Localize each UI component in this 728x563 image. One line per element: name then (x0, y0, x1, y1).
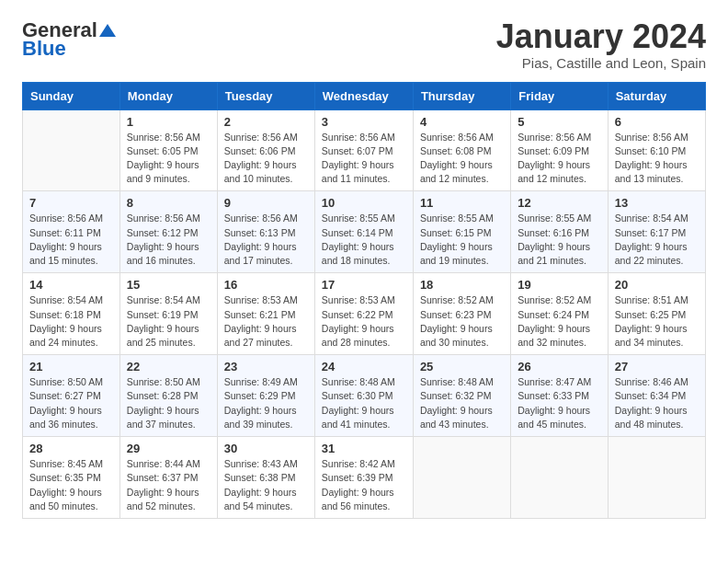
day-info: Sunrise: 8:44 AM Sunset: 6:37 PM Dayligh… (127, 457, 210, 513)
day-number: 28 (29, 442, 113, 455)
day-number: 10 (322, 196, 406, 210)
calendar-day-cell: 26Sunrise: 8:47 AM Sunset: 6:33 PM Dayli… (511, 355, 608, 437)
day-number: 13 (615, 196, 699, 210)
col-header-saturday: Saturday (608, 82, 705, 109)
calendar-day-cell: 1Sunrise: 8:56 AM Sunset: 6:05 PM Daylig… (119, 109, 217, 191)
col-header-friday: Friday (511, 82, 608, 109)
calendar-day-cell: 25Sunrise: 8:48 AM Sunset: 6:32 PM Dayli… (413, 355, 510, 437)
calendar-day-cell: 17Sunrise: 8:53 AM Sunset: 6:22 PM Dayli… (314, 273, 413, 355)
calendar-day-cell: 22Sunrise: 8:50 AM Sunset: 6:28 PM Dayli… (119, 355, 217, 437)
calendar-day-cell (608, 437, 705, 519)
calendar-day-cell: 12Sunrise: 8:55 AM Sunset: 6:16 PM Dayli… (511, 191, 608, 273)
calendar-header-row: SundayMondayTuesdayWednesdayThursdayFrid… (23, 82, 706, 109)
calendar-day-cell (413, 437, 510, 519)
day-number: 1 (127, 115, 210, 129)
day-number: 15 (127, 278, 210, 292)
day-info: Sunrise: 8:49 AM Sunset: 6:29 PM Dayligh… (224, 375, 308, 431)
day-info: Sunrise: 8:56 AM Sunset: 6:05 PM Dayligh… (127, 131, 210, 187)
page-header: General Blue January 2024 Pias, Castille… (22, 18, 706, 71)
day-info: Sunrise: 8:52 AM Sunset: 6:24 PM Dayligh… (518, 293, 600, 350)
calendar-day-cell: 11Sunrise: 8:55 AM Sunset: 6:15 PM Dayli… (413, 191, 510, 273)
day-info: Sunrise: 8:45 AM Sunset: 6:35 PM Dayligh… (29, 457, 113, 513)
calendar-week-row: 21Sunrise: 8:50 AM Sunset: 6:27 PM Dayli… (23, 355, 706, 437)
day-number: 6 (615, 115, 699, 129)
day-info: Sunrise: 8:56 AM Sunset: 6:07 PM Dayligh… (322, 131, 406, 187)
day-number: 24 (322, 360, 406, 373)
calendar-day-cell (511, 437, 608, 519)
day-number: 26 (518, 360, 600, 373)
calendar-day-cell: 13Sunrise: 8:54 AM Sunset: 6:17 PM Dayli… (608, 191, 705, 273)
calendar-day-cell: 30Sunrise: 8:43 AM Sunset: 6:38 PM Dayli… (217, 437, 314, 519)
day-number: 29 (127, 442, 210, 455)
calendar-week-row: 7Sunrise: 8:56 AM Sunset: 6:11 PM Daylig… (23, 191, 706, 273)
logo-blue: Blue (22, 37, 66, 61)
calendar-day-cell: 31Sunrise: 8:42 AM Sunset: 6:39 PM Dayli… (314, 437, 413, 519)
day-number: 16 (224, 278, 308, 292)
day-info: Sunrise: 8:42 AM Sunset: 6:39 PM Dayligh… (322, 457, 406, 513)
day-info: Sunrise: 8:54 AM Sunset: 6:18 PM Dayligh… (29, 293, 113, 350)
day-info: Sunrise: 8:56 AM Sunset: 6:11 PM Dayligh… (29, 212, 113, 268)
calendar-day-cell: 20Sunrise: 8:51 AM Sunset: 6:25 PM Dayli… (608, 273, 705, 355)
day-info: Sunrise: 8:56 AM Sunset: 6:12 PM Dayligh… (127, 212, 210, 268)
logo-triangle-icon (99, 22, 116, 39)
col-header-monday: Monday (119, 82, 217, 109)
day-number: 3 (322, 115, 406, 129)
day-info: Sunrise: 8:55 AM Sunset: 6:15 PM Dayligh… (420, 212, 504, 268)
day-info: Sunrise: 8:53 AM Sunset: 6:21 PM Dayligh… (224, 293, 308, 350)
day-number: 8 (127, 196, 210, 210)
day-number: 31 (322, 442, 406, 455)
day-number: 19 (518, 278, 600, 292)
calendar-day-cell: 10Sunrise: 8:55 AM Sunset: 6:14 PM Dayli… (314, 191, 413, 273)
calendar-day-cell: 21Sunrise: 8:50 AM Sunset: 6:27 PM Dayli… (23, 355, 120, 437)
location-subtitle: Pias, Castille and Leon, Spain (496, 55, 706, 71)
calendar-day-cell: 15Sunrise: 8:54 AM Sunset: 6:19 PM Dayli… (119, 273, 217, 355)
col-header-thursday: Thursday (413, 82, 510, 109)
calendar-day-cell: 16Sunrise: 8:53 AM Sunset: 6:21 PM Dayli… (217, 273, 314, 355)
day-info: Sunrise: 8:48 AM Sunset: 6:30 PM Dayligh… (322, 375, 406, 431)
day-info: Sunrise: 8:50 AM Sunset: 6:28 PM Dayligh… (127, 375, 210, 431)
col-header-sunday: Sunday (23, 82, 120, 109)
col-header-tuesday: Tuesday (217, 82, 314, 109)
day-info: Sunrise: 8:55 AM Sunset: 6:14 PM Dayligh… (322, 212, 406, 268)
day-info: Sunrise: 8:48 AM Sunset: 6:32 PM Dayligh… (420, 375, 504, 431)
day-number: 12 (518, 196, 600, 210)
calendar-day-cell: 7Sunrise: 8:56 AM Sunset: 6:11 PM Daylig… (23, 191, 120, 273)
day-info: Sunrise: 8:54 AM Sunset: 6:19 PM Dayligh… (127, 293, 210, 350)
day-number: 2 (224, 115, 308, 129)
col-header-wednesday: Wednesday (314, 82, 413, 109)
day-number: 11 (420, 196, 504, 210)
day-info: Sunrise: 8:56 AM Sunset: 6:06 PM Dayligh… (224, 131, 308, 187)
day-info: Sunrise: 8:43 AM Sunset: 6:38 PM Dayligh… (224, 457, 308, 513)
calendar-day-cell: 24Sunrise: 8:48 AM Sunset: 6:30 PM Dayli… (314, 355, 413, 437)
day-number: 22 (127, 360, 210, 373)
day-number: 4 (420, 115, 504, 129)
day-number: 7 (29, 196, 113, 210)
calendar-day-cell: 9Sunrise: 8:56 AM Sunset: 6:13 PM Daylig… (217, 191, 314, 273)
day-number: 17 (322, 278, 406, 292)
day-number: 5 (518, 115, 600, 129)
calendar-day-cell: 8Sunrise: 8:56 AM Sunset: 6:12 PM Daylig… (119, 191, 217, 273)
day-number: 25 (420, 360, 504, 373)
day-info: Sunrise: 8:56 AM Sunset: 6:08 PM Dayligh… (420, 131, 504, 187)
day-number: 21 (29, 360, 113, 373)
calendar-day-cell: 3Sunrise: 8:56 AM Sunset: 6:07 PM Daylig… (314, 109, 413, 191)
day-info: Sunrise: 8:51 AM Sunset: 6:25 PM Dayligh… (615, 293, 699, 350)
day-number: 30 (224, 442, 308, 455)
calendar-week-row: 28Sunrise: 8:45 AM Sunset: 6:35 PM Dayli… (23, 437, 706, 519)
day-info: Sunrise: 8:56 AM Sunset: 6:13 PM Dayligh… (224, 212, 308, 268)
calendar-day-cell: 4Sunrise: 8:56 AM Sunset: 6:08 PM Daylig… (413, 109, 510, 191)
calendar-day-cell (23, 109, 120, 191)
logo: General Blue (22, 18, 116, 61)
day-info: Sunrise: 8:54 AM Sunset: 6:17 PM Dayligh… (615, 212, 699, 268)
day-info: Sunrise: 8:50 AM Sunset: 6:27 PM Dayligh… (29, 375, 113, 431)
day-number: 14 (29, 278, 113, 292)
calendar-day-cell: 23Sunrise: 8:49 AM Sunset: 6:29 PM Dayli… (217, 355, 314, 437)
day-info: Sunrise: 8:46 AM Sunset: 6:34 PM Dayligh… (615, 375, 699, 431)
day-number: 23 (224, 360, 308, 373)
day-number: 18 (420, 278, 504, 292)
calendar-day-cell: 29Sunrise: 8:44 AM Sunset: 6:37 PM Dayli… (119, 437, 217, 519)
day-info: Sunrise: 8:56 AM Sunset: 6:09 PM Dayligh… (518, 131, 600, 187)
title-area: January 2024 Pias, Castille and Leon, Sp… (496, 18, 706, 71)
calendar-week-row: 1Sunrise: 8:56 AM Sunset: 6:05 PM Daylig… (23, 109, 706, 191)
calendar-day-cell: 6Sunrise: 8:56 AM Sunset: 6:10 PM Daylig… (608, 109, 705, 191)
